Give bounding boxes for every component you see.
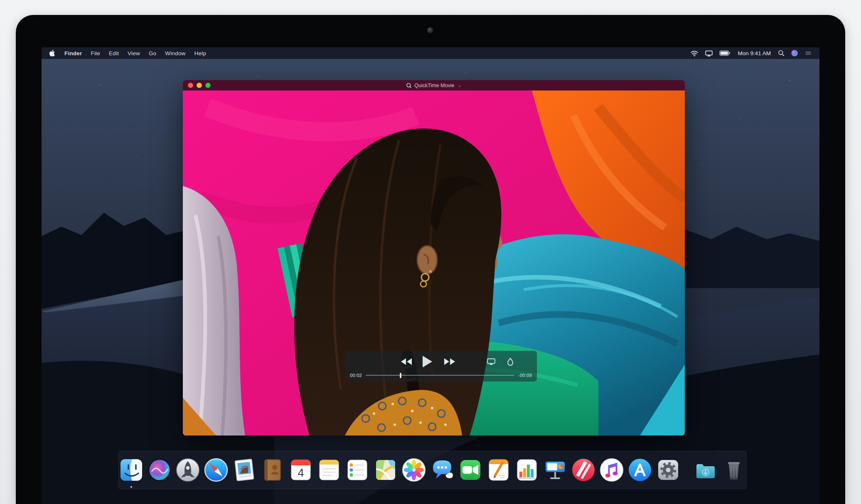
spotlight-search-icon[interactable] bbox=[778, 50, 785, 56]
keynote-icon bbox=[542, 457, 568, 483]
downloads-folder-icon bbox=[692, 457, 719, 483]
playback-controls: 00:02 -00:09 bbox=[345, 351, 537, 382]
playhead[interactable] bbox=[400, 373, 401, 378]
video-artwork bbox=[183, 91, 685, 435]
dock-item-system-preferences[interactable] bbox=[655, 457, 681, 483]
dock-item-facetime[interactable] bbox=[457, 457, 484, 483]
dock-item-siri[interactable] bbox=[146, 457, 173, 483]
timeline-slider[interactable] bbox=[366, 375, 514, 376]
menu-clock[interactable]: Mon 9:41 AM bbox=[738, 50, 771, 56]
siri-icon bbox=[146, 457, 173, 483]
menu-go[interactable]: Go bbox=[149, 50, 156, 56]
menu-help[interactable]: Help bbox=[194, 50, 207, 56]
dock-item-itunes[interactable] bbox=[598, 457, 625, 483]
maps-icon bbox=[372, 457, 399, 483]
finder-icon bbox=[118, 457, 145, 483]
trash-icon bbox=[721, 457, 747, 483]
window-title[interactable]: QuickTime Movie ⌄ bbox=[406, 83, 461, 88]
rewind-button[interactable] bbox=[398, 354, 415, 369]
launchpad-icon bbox=[175, 457, 201, 483]
itunes-icon bbox=[598, 457, 625, 483]
minimize-button[interactable] bbox=[197, 83, 202, 88]
fast-forward-button[interactable] bbox=[441, 354, 458, 369]
dock-item-messages[interactable] bbox=[429, 457, 455, 483]
wifi-icon[interactable] bbox=[690, 50, 699, 57]
notification-center-icon[interactable] bbox=[804, 50, 812, 56]
remaining-time: -00:09 bbox=[518, 373, 532, 378]
photos-icon bbox=[401, 457, 427, 483]
dock-item-pages[interactable] bbox=[485, 457, 512, 483]
mail-icon bbox=[231, 457, 258, 483]
dock-item-trash[interactable] bbox=[721, 457, 747, 483]
dock-item-mail[interactable] bbox=[231, 457, 258, 483]
zoom-button[interactable] bbox=[205, 83, 211, 88]
dock-item-app-store[interactable] bbox=[627, 457, 653, 483]
notes-icon bbox=[316, 457, 342, 483]
desktop-screen: Finder File Edit View Go Window Help bbox=[42, 47, 819, 504]
window-title-text: QuickTime Movie bbox=[414, 83, 454, 88]
dock-item-contacts[interactable] bbox=[259, 457, 286, 483]
apple-logo-icon[interactable] bbox=[49, 49, 56, 57]
dock-item-photos[interactable] bbox=[401, 457, 427, 483]
airplay-icon[interactable] bbox=[485, 354, 498, 369]
reminders-icon bbox=[344, 457, 371, 483]
safari-icon bbox=[203, 457, 229, 483]
running-indicator bbox=[130, 486, 132, 488]
contacts-icon bbox=[259, 457, 286, 483]
dock-item-news[interactable] bbox=[570, 457, 597, 483]
camera-dot-icon bbox=[427, 27, 433, 33]
menu-bar: Finder File Edit View Go Window Help bbox=[42, 47, 819, 59]
calendar-icon: 4 bbox=[288, 457, 314, 483]
quicktime-window: QuickTime Movie ⌄ bbox=[183, 80, 685, 435]
facetime-icon bbox=[457, 457, 484, 483]
numbers-icon bbox=[514, 457, 540, 483]
system-preferences-icon bbox=[655, 457, 681, 483]
app-store-icon bbox=[627, 457, 653, 483]
elapsed-time: 00:02 bbox=[350, 373, 362, 378]
close-button[interactable] bbox=[188, 83, 193, 88]
dock-item-reminders[interactable] bbox=[344, 457, 371, 483]
quicktime-titlebar[interactable]: QuickTime Movie ⌄ bbox=[183, 80, 685, 91]
menu-edit[interactable]: Edit bbox=[109, 50, 119, 56]
siri-icon[interactable] bbox=[791, 49, 798, 57]
dock-item-downloads[interactable] bbox=[692, 457, 719, 483]
picture-in-picture-icon[interactable] bbox=[504, 354, 517, 369]
dock-item-finder[interactable] bbox=[118, 457, 145, 483]
dock-item-maps[interactable] bbox=[372, 457, 399, 483]
quicktime-icon bbox=[406, 83, 412, 88]
video-frame[interactable]: 00:02 -00:09 bbox=[183, 91, 685, 435]
menu-view[interactable]: View bbox=[128, 50, 140, 56]
screen-mirroring-icon[interactable] bbox=[705, 50, 713, 57]
title-chevron-icon: ⌄ bbox=[458, 83, 461, 88]
news-icon bbox=[570, 457, 597, 483]
page: Finder File Edit View Go Window Help bbox=[0, 0, 861, 504]
menu-window[interactable]: Window bbox=[165, 50, 185, 56]
dock-item-safari[interactable] bbox=[203, 457, 229, 483]
menu-file[interactable]: File bbox=[91, 50, 100, 56]
battery-icon[interactable] bbox=[719, 50, 731, 56]
messages-icon bbox=[429, 457, 455, 483]
play-button[interactable] bbox=[419, 354, 435, 369]
dock: 4 bbox=[118, 451, 747, 489]
dock-item-numbers[interactable] bbox=[514, 457, 540, 483]
pages-icon bbox=[485, 457, 512, 483]
menu-finder[interactable]: Finder bbox=[64, 50, 82, 56]
dock-item-calendar[interactable]: 4 bbox=[288, 457, 314, 483]
calendar-day: 4 bbox=[298, 467, 304, 479]
dock-item-keynote[interactable] bbox=[542, 457, 568, 483]
dock-item-notes[interactable] bbox=[316, 457, 342, 483]
dock-item-launchpad[interactable] bbox=[175, 457, 201, 483]
